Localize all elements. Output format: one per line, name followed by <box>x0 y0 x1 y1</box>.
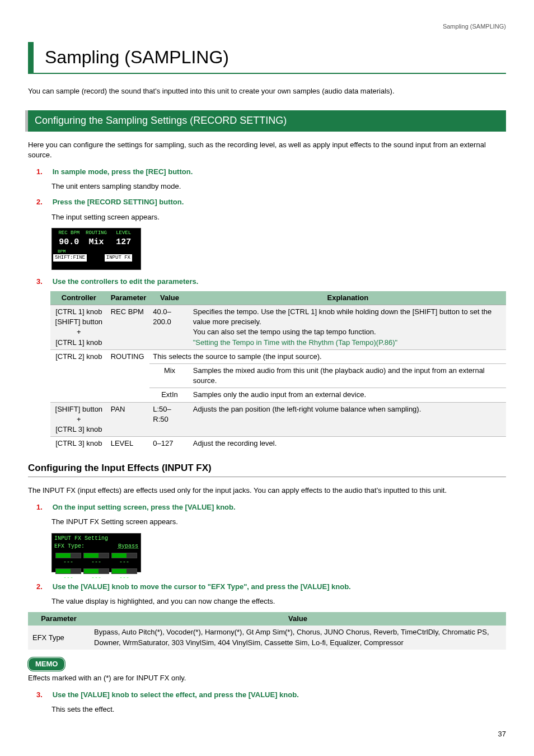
page-number: 37 <box>28 729 506 739</box>
chapter-title: Sampling (SAMPLING) <box>28 42 506 74</box>
table-header: Value <box>90 612 506 626</box>
lcd-label: REC BPM <box>55 230 83 237</box>
inputfx-step-3: 3. Use the [VALUE] knob to select the ef… <box>36 690 506 700</box>
step-1-sub: The unit enters sampling standby mode. <box>51 181 506 192</box>
step-instruction: Use the [VALUE] knob to move the cursor … <box>53 582 351 591</box>
table-cell: Mix <box>149 364 189 388</box>
lcd-value: 90.0 <box>55 236 83 248</box>
lcd-value: Bypass <box>118 543 138 550</box>
lcd-label: INPUT FX Setting <box>52 534 140 543</box>
table-cell: [CTRL 1] knob [SHIFT] button + [CTRL 1] … <box>50 305 107 350</box>
inputfx-step-1: 1. On the input setting screen, press th… <box>36 502 506 512</box>
step-number: 3. <box>36 690 50 700</box>
memo-badge: MEMO <box>28 657 65 671</box>
table-cell: Adjust the recording level. <box>190 437 506 451</box>
table-cell: Adjusts the pan position (the left-right… <box>190 402 506 437</box>
lcd-label: BPM <box>52 248 140 254</box>
step-1: 1. In sample mode, press the [REC] butto… <box>36 167 506 177</box>
step-instruction: Use the controllers to edit the paramete… <box>53 277 199 286</box>
lcd-value: Mix <box>83 236 110 248</box>
inputfx-step-1-sub: The INPUT FX Setting screen appears. <box>51 517 506 527</box>
step-number: 1. <box>36 502 50 512</box>
table-header: Controller <box>50 291 107 305</box>
step-number: 2. <box>36 582 50 592</box>
section1-intro: Here you can configure the settings for … <box>28 140 506 160</box>
intro-paragraph: You can sample (record) the sound that's… <box>28 86 506 96</box>
subsection-heading-input-fx: Configuring the Input Effects (INPUT FX) <box>28 461 506 477</box>
step-number: 3. <box>36 277 50 287</box>
table-cell: REC BPM <box>107 305 150 350</box>
table-cell: ExtIn <box>149 388 189 402</box>
table-cell: [CTRL 3] knob <box>50 437 107 451</box>
table-cell: 40.0–200.0 <box>149 305 189 350</box>
memo-text: Effects marked with an (*) are for INPUT… <box>28 673 506 683</box>
parameter-table: Controller Parameter Value Explanation [… <box>50 291 506 450</box>
table-cell: Samples only the audio input from an ext… <box>190 388 506 402</box>
lcd-screenshot-input-fx: INPUT FX Setting EFX Type: Bypass ------… <box>51 533 141 572</box>
lcd-screenshot-record-setting: REC BPM ROUTING LEVEL 90.0 Mix 127 BPM S… <box>51 228 141 270</box>
table-cell: [CTRL 2] knob <box>50 349 107 402</box>
table-header: Parameter <box>28 612 90 626</box>
lcd-label: LEVEL <box>110 230 137 237</box>
efx-type-table: Parameter Value EFX Type Bypass, Auto Pi… <box>28 612 506 650</box>
section-heading-record-setting: Configuring the Sampling Settings (RECOR… <box>25 110 506 131</box>
lcd-label: SHIFT:FINE <box>53 254 87 262</box>
step-number: 2. <box>36 197 50 207</box>
step-instruction: On the input setting screen, press the [… <box>53 503 236 511</box>
cross-reference-link[interactable]: "Setting the Tempo in Time with the Rhyt… <box>193 338 397 347</box>
inputfx-step-2-sub: The value display is highlighted, and yo… <box>51 596 506 606</box>
step-instruction: Use the [VALUE] knob to select the effec… <box>53 690 299 699</box>
lcd-label: ROUTING <box>83 230 110 237</box>
table-header: Explanation <box>190 291 506 305</box>
table-cell: PAN <box>107 402 150 437</box>
step-instruction: In sample mode, press the [REC] button. <box>53 167 193 176</box>
step-2-sub: The input setting screen appears. <box>51 212 506 222</box>
table-cell: Specifies the tempo. Use the [CTRL 1] kn… <box>190 305 506 350</box>
running-header: Sampling (SAMPLING) <box>28 22 506 31</box>
step-number: 1. <box>36 167 50 177</box>
lcd-label: INPUT FX <box>105 254 132 262</box>
lcd-value: 127 <box>110 236 137 248</box>
section2-intro: The INPUT FX (input effects) are effects… <box>28 486 506 496</box>
table-header: Value <box>149 291 189 305</box>
table-cell: This selects the source to sample (the i… <box>149 349 506 363</box>
step-3: 3. Use the controllers to edit the param… <box>36 277 506 287</box>
table-cell: [SHIFT] button + [CTRL 3] knob <box>50 402 107 437</box>
table-cell: Bypass, Auto Pitch(*), Vocoder(*), Harmo… <box>90 626 506 649</box>
table-cell: EFX Type <box>28 626 90 649</box>
inputfx-step-2: 2. Use the [VALUE] knob to move the curs… <box>36 582 506 592</box>
table-header: Parameter <box>107 291 150 305</box>
inputfx-step-3-sub: This sets the effect. <box>51 704 506 715</box>
step-2: 2. Press the [RECORD SETTING] button. <box>36 197 506 207</box>
table-cell: ROUTING <box>107 349 150 402</box>
lcd-label: EFX Type: <box>54 543 85 549</box>
table-cell: L:50–R:50 <box>149 402 189 437</box>
step-instruction: Press the [RECORD SETTING] button. <box>53 198 184 206</box>
table-cell: 0–127 <box>149 437 189 451</box>
table-cell: Samples the mixed audio from this unit (… <box>190 364 506 388</box>
table-cell: LEVEL <box>107 437 150 451</box>
